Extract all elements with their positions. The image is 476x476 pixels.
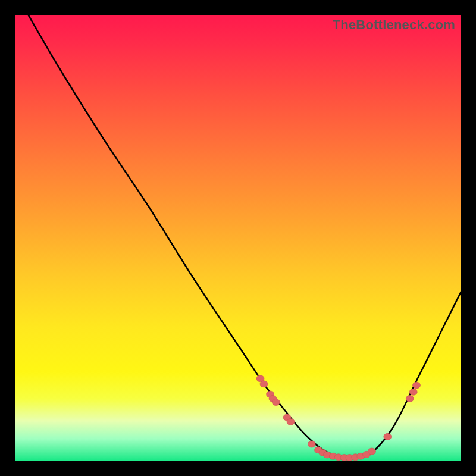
data-point bbox=[308, 441, 315, 447]
data-points-group bbox=[256, 375, 421, 461]
data-point bbox=[409, 389, 417, 395]
bottleneck-curve-chart bbox=[15, 15, 461, 461]
data-point bbox=[413, 382, 421, 389]
data-point bbox=[368, 448, 376, 455]
data-point bbox=[260, 381, 268, 387]
data-point bbox=[384, 433, 392, 440]
chart-frame: TheBottleneck.com bbox=[15, 15, 461, 461]
performance-curve bbox=[29, 15, 462, 457]
data-point bbox=[287, 419, 295, 425]
data-point bbox=[406, 396, 414, 402]
watermark-text: TheBottleneck.com bbox=[333, 17, 455, 33]
data-point bbox=[272, 399, 280, 406]
